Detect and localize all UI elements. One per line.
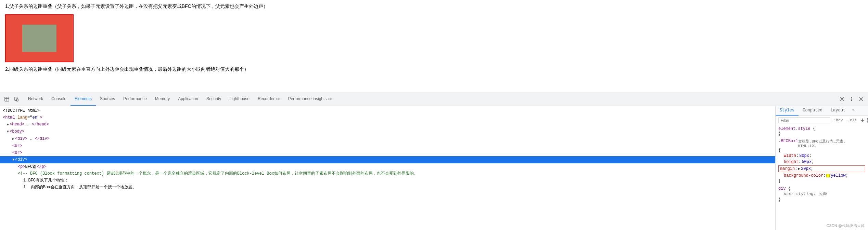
- tab-sources[interactable]: Sources: [96, 92, 119, 106]
- tab-memory[interactable]: Memory: [151, 92, 174, 106]
- csdn-watermark: CSDN @代码统治大师: [827, 223, 865, 228]
- tab-performance-insights[interactable]: Performance insights ⌲: [284, 92, 336, 106]
- dom-line-doctype: <!DOCTYPE html>: [0, 107, 775, 114]
- devtools-tabs: Network Console Elements Sources Perform…: [24, 92, 838, 106]
- styles-tab-layout[interactable]: Layout: [827, 106, 850, 116]
- styles-tab-computed[interactable]: Computed: [799, 106, 827, 116]
- dom-line-div-selected[interactable]: ▼<div>: [0, 156, 775, 163]
- styles-filter-input[interactable]: [778, 117, 830, 123]
- svg-rect-0: [5, 97, 9, 101]
- devtools-right-icons: [838, 95, 865, 103]
- style-close-div: }: [778, 197, 865, 202]
- svg-point-7: [851, 98, 852, 99]
- style-prop-margin[interactable]: margin: ▶ 20px;: [778, 165, 865, 172]
- inner-box: [22, 25, 56, 52]
- style-close-bfcbox: }: [778, 179, 865, 184]
- dom-line-div1: ▶<div> … </div>: [0, 135, 775, 143]
- style-close-element: }: [778, 131, 865, 136]
- content-line2: 2.同级关系的边距重叠（同级元素在垂直方向上外边距会出现重叠情况，最后外边距的大…: [5, 66, 863, 72]
- dom-line-body: ▼<body>: [0, 128, 775, 135]
- tab-security[interactable]: Security: [202, 92, 225, 106]
- dom-line-p: <p>BFC篇</p>: [0, 163, 775, 170]
- settings-icon[interactable]: [838, 95, 846, 103]
- style-selector-div: div {: [778, 186, 865, 191]
- tab-recorder[interactable]: Recorder ⌲: [254, 92, 284, 106]
- tab-application[interactable]: Application: [174, 92, 202, 106]
- styles-filter-bar: :hov .cls: [776, 116, 868, 125]
- style-rule-element: element.style { }: [778, 126, 865, 136]
- styles-filter-cls[interactable]: .cls: [846, 118, 858, 123]
- dom-line-bfc-props: 1.BFC有以下几个特性：: [0, 177, 775, 184]
- tab-performance[interactable]: Performance: [119, 92, 151, 106]
- style-selector-bfcbox: .BFCBox1 盒模型,BFC以及行内…元素. HTML:121: [778, 139, 865, 148]
- pointer-icon[interactable]: [3, 95, 11, 103]
- inspect-icon[interactable]: [12, 95, 21, 103]
- more-icon[interactable]: [847, 95, 856, 103]
- tab-network[interactable]: Network: [24, 92, 47, 106]
- styles-filter-hov[interactable]: :hov: [832, 118, 844, 123]
- styles-tabs: Styles Computed Layout »: [776, 106, 868, 116]
- page-content: 1.父子关系的边距重叠（父子关系，如果子元素设置了外边距，在没有把父元素变成BF…: [0, 0, 868, 92]
- content-line1: 1.父子关系的边距重叠（父子关系，如果子元素设置了外边距，在没有把父元素变成BF…: [5, 3, 863, 10]
- style-prop-width[interactable]: width: 80px;: [778, 153, 865, 159]
- style-prop-bg[interactable]: background-color: yellow;: [778, 173, 865, 179]
- styles-add-rule-icon[interactable]: [860, 118, 865, 123]
- devtools-toolbar: Network Console Elements Sources Perform…: [0, 92, 868, 106]
- dom-panel[interactable]: <!DOCTYPE html> <html lang="en"> ▶<head>…: [0, 106, 776, 230]
- close-icon[interactable]: [857, 95, 865, 103]
- style-rule-div: div { user-styling: 大师 }: [778, 186, 865, 202]
- tab-elements[interactable]: Elements: [71, 92, 96, 106]
- tab-lighthouse[interactable]: Lighthouse: [225, 92, 254, 106]
- dom-line-head: ▶<head> … </head>: [0, 121, 775, 128]
- styles-tabs-more[interactable]: »: [850, 106, 857, 116]
- tab-console[interactable]: Console: [47, 92, 71, 106]
- svg-point-5: [841, 98, 843, 100]
- styles-content: element.style { } .BFCBox1 盒模型,BFC以及行内…元…: [776, 125, 868, 230]
- style-prop-user: user-styling: 大师: [778, 191, 865, 197]
- dom-line-br1: <br>: [0, 143, 775, 149]
- outer-box: [5, 14, 74, 62]
- devtools-main: <!DOCTYPE html> <html lang="en"> ▶<head>…: [0, 106, 868, 230]
- style-prop-height[interactable]: height: 50px;: [778, 159, 865, 165]
- devtools-left-icons: [3, 95, 21, 103]
- demo-container: [5, 14, 863, 62]
- dom-line-br2: <br>: [0, 149, 775, 156]
- style-rule-bfcbox: .BFCBox1 盒模型,BFC以及行内…元素. HTML:121 { widt…: [778, 139, 865, 184]
- dom-line-comment: <!-- BFC (Block formatting context) 是W3C…: [0, 170, 775, 177]
- style-selector-element: element.style {: [778, 126, 865, 131]
- dom-line-html: <html lang="en">: [0, 114, 775, 121]
- styles-tab-styles[interactable]: Styles: [776, 106, 799, 116]
- dom-line-bfc-detail: 1. 内部的Box会在垂直方向，从顶部开始一个接一个地放置。: [0, 184, 775, 191]
- svg-point-6: [851, 97, 852, 98]
- styles-panel: Styles Computed Layout » :hov .cls: [776, 106, 868, 230]
- svg-point-8: [851, 100, 852, 101]
- style-open-bfcbox: {: [778, 148, 865, 153]
